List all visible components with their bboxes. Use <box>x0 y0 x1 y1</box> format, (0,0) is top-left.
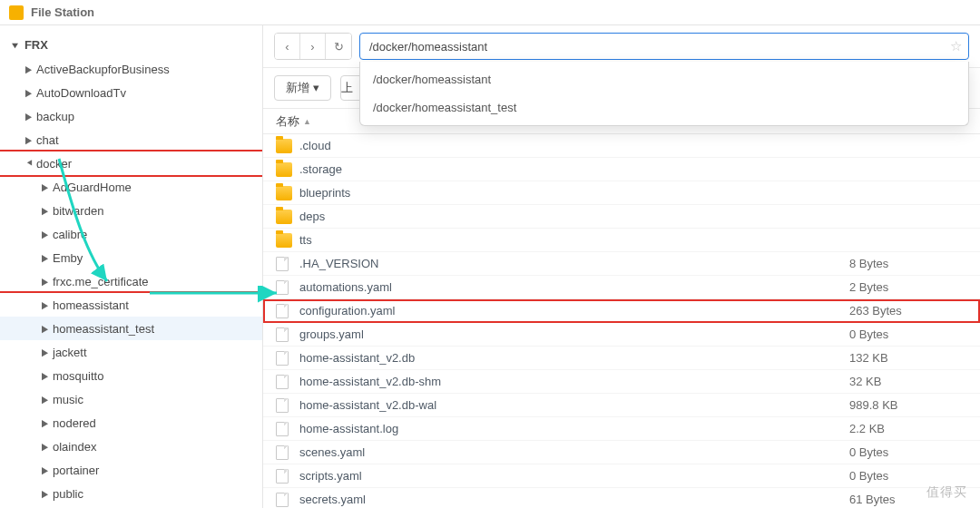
file-name: groups.yaml <box>299 327 849 341</box>
file-icon <box>276 351 289 366</box>
file-name: secrets.yaml <box>299 493 849 506</box>
tree-item-backup[interactable]: backup <box>0 104 262 128</box>
caret-icon <box>42 299 51 310</box>
file-name: scenes.yaml <box>299 445 849 459</box>
file-name: .storage <box>299 162 849 176</box>
tree-item-label: jackett <box>53 346 87 359</box>
suggest-item[interactable]: /docker/homeassistant <box>360 65 968 93</box>
file-size: 32 KB <box>849 375 967 388</box>
favorite-star-icon[interactable]: ☆ <box>950 38 962 54</box>
path-suggest-dropdown: /docker/homeassistant/docker/homeassista… <box>359 62 969 126</box>
new-button[interactable]: 新增 ▾ <box>274 75 331 101</box>
file-name: home-assistant.log <box>299 422 849 435</box>
tree-item-label: frxc.me_certificate <box>53 275 148 288</box>
tree-item-jackett[interactable]: jackett <box>0 340 262 364</box>
file-name: tts <box>299 233 849 247</box>
tree-item-olaindex[interactable]: olaindex <box>0 435 262 458</box>
tree-item-autodownloadtv[interactable]: AutoDownloadTv <box>0 81 262 104</box>
caret-icon <box>25 87 34 98</box>
app-title: File Station <box>31 5 94 19</box>
tree-item-label: homeassistant_test <box>53 322 154 336</box>
file-row[interactable]: deps <box>263 205 980 229</box>
file-row[interactable]: secrets.yaml61 Bytes <box>263 488 980 508</box>
tree-item-public[interactable]: public <box>0 482 262 505</box>
titlebar: File Station <box>0 0 980 25</box>
tree-item-label: bitwarden <box>53 204 103 218</box>
tree-item-activebackupforbusiness[interactable]: ActiveBackupforBusiness <box>0 57 262 81</box>
caret-icon <box>42 323 51 334</box>
tree-item-adguardhome[interactable]: AdGuardHome <box>0 175 262 199</box>
file-row[interactable]: blueprints <box>263 181 980 205</box>
caret-icon <box>42 464 51 475</box>
tree-root-label: FRX <box>24 38 48 52</box>
tree-root[interactable]: FRX <box>0 33 262 57</box>
file-size: 132 KB <box>849 351 967 365</box>
file-row[interactable]: automations.yaml2 Bytes <box>263 276 980 299</box>
nav-buttons: ‹ › ↻ <box>274 33 352 60</box>
file-row[interactable]: home-assistant_v2.db-shm32 KB <box>263 370 980 394</box>
file-icon <box>276 304 289 318</box>
tree-item-calibre[interactable]: calibre <box>0 222 262 246</box>
path-input[interactable] <box>359 33 969 60</box>
tree-item-emby[interactable]: Emby <box>0 246 262 269</box>
file-icon <box>276 327 289 342</box>
file-icon <box>276 493 289 507</box>
file-row[interactable]: configuration.yaml263 Bytes <box>263 299 980 323</box>
file-name: home-assistant_v2.db-shm <box>299 375 849 388</box>
caret-icon <box>42 417 51 428</box>
caret-icon <box>25 111 34 122</box>
file-row[interactable]: home-assistant.log2.2 KB <box>263 417 980 441</box>
refresh-button[interactable]: ↻ <box>326 34 351 59</box>
folder-icon <box>276 139 292 153</box>
file-row[interactable]: home-assistant_v2.db-wal989.8 KB <box>263 394 980 417</box>
tree-item-label: music <box>53 393 83 406</box>
tree-item-label: AutoDownloadTv <box>36 86 126 100</box>
tree-item-portainer[interactable]: portainer <box>0 458 262 482</box>
file-icon <box>276 257 289 271</box>
file-row[interactable]: scenes.yaml0 Bytes <box>263 441 980 464</box>
file-name: automations.yaml <box>299 280 849 294</box>
file-icon <box>276 375 289 389</box>
tree-item-label: public <box>53 487 83 501</box>
folder-icon <box>276 186 292 200</box>
file-row[interactable]: scripts.yaml0 Bytes <box>263 464 980 488</box>
file-name: .HA_VERSION <box>299 257 849 270</box>
file-row[interactable]: groups.yaml0 Bytes <box>263 323 980 347</box>
app-icon <box>9 5 24 20</box>
folder-tree-sidebar: FRX ActiveBackupforBusinessAutoDownloadT… <box>0 25 263 508</box>
file-row[interactable]: .HA_VERSION8 Bytes <box>263 252 980 276</box>
tree-item-label: ActiveBackupforBusiness <box>36 63 170 76</box>
file-row[interactable]: home-assistant_v2.db132 KB <box>263 347 980 370</box>
tree-item-music[interactable]: music <box>0 387 262 411</box>
file-name: home-assistant_v2.db <box>299 351 849 365</box>
tree-item-label: mosquitto <box>53 369 103 383</box>
tree-item-mosquitto[interactable]: mosquitto <box>0 364 262 387</box>
tree-item-homeassistant_test[interactable]: homeassistant_test <box>0 317 262 340</box>
tree-item-label: calibre <box>53 228 87 241</box>
caret-icon <box>42 205 51 216</box>
file-icon <box>276 398 289 413</box>
tree-item-chat[interactable]: chat <box>0 128 262 151</box>
file-icon <box>276 422 289 436</box>
tree-item-bitwarden[interactable]: bitwarden <box>0 199 262 222</box>
caret-icon <box>42 181 51 192</box>
tree-item-label: homeassistant <box>53 298 129 312</box>
folder-icon <box>276 210 292 224</box>
sort-asc-icon: ▲ <box>303 117 311 126</box>
file-row[interactable]: .storage <box>263 158 980 181</box>
file-row[interactable]: tts <box>263 229 980 252</box>
back-button[interactable]: ‹ <box>275 34 300 59</box>
file-row[interactable]: .cloud <box>263 134 980 158</box>
tree-item-label: portainer <box>53 464 99 477</box>
caret-icon <box>25 64 34 74</box>
tree-item-homeassistant[interactable]: homeassistant <box>0 293 262 317</box>
tree-item-docker[interactable]: docker <box>0 151 262 175</box>
suggest-item[interactable]: /docker/homeassistant_test <box>360 93 968 122</box>
forward-button[interactable]: › <box>300 34 326 59</box>
tree-item-nodered[interactable]: nodered <box>0 411 262 435</box>
caret-icon <box>25 134 34 145</box>
file-size: 0 Bytes <box>849 327 967 341</box>
tree-item-frxc.me_certificate[interactable]: frxc.me_certificate <box>0 269 262 293</box>
tree-item-label: Emby <box>53 251 83 265</box>
file-icon <box>276 469 289 484</box>
